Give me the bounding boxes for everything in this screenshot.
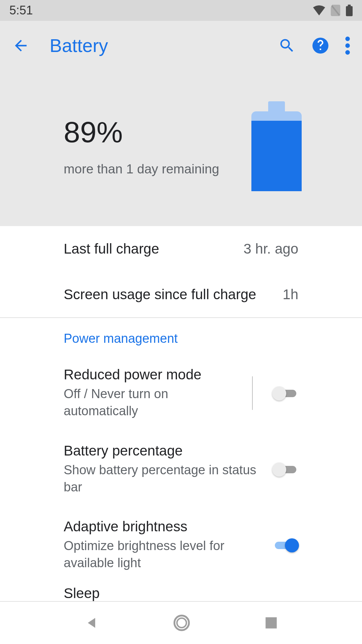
toolbar: Battery xyxy=(0,21,362,61)
vertical-divider xyxy=(252,376,253,410)
battery-percent: 89% xyxy=(64,117,251,147)
battery-text: 89% more than 1 day remaining xyxy=(64,117,251,176)
battery-remaining: more than 1 day remaining xyxy=(64,162,251,176)
reduced-power-mode-row[interactable]: Reduced power mode Off / Never turn on a… xyxy=(0,355,362,431)
cellular-no-sim-icon xyxy=(330,5,341,16)
setting-text: Reduced power mode Off / Never turn on a… xyxy=(64,367,242,420)
battery-percentage-toggle[interactable] xyxy=(273,460,298,478)
battery-icon xyxy=(346,4,353,16)
reduced-power-toggle[interactable] xyxy=(273,384,298,402)
header: Battery 89% more than 1 day remaining xyxy=(0,21,362,226)
battery-large-icon xyxy=(251,101,302,193)
svg-point-11 xyxy=(177,618,186,628)
svg-rect-8 xyxy=(251,121,302,191)
screen-usage-row[interactable]: Screen usage since full charge 1h xyxy=(0,272,362,317)
reduced-power-title: Reduced power mode xyxy=(64,367,242,383)
screen-usage-label: Screen usage since full charge xyxy=(64,286,256,303)
content: Last full charge 3 hr. ago Screen usage … xyxy=(0,226,362,583)
more-vert-icon[interactable] xyxy=(345,37,350,55)
svg-rect-1 xyxy=(348,5,351,7)
svg-point-5 xyxy=(345,50,350,55)
status-bar: 5:51 xyxy=(0,0,362,21)
wifi-icon xyxy=(313,5,325,15)
search-icon[interactable] xyxy=(278,37,296,54)
last-full-charge-value: 3 hr. ago xyxy=(244,241,298,257)
adaptive-brightness-toggle[interactable] xyxy=(273,536,298,554)
setting-text: Adaptive brightness Optimize brightness … xyxy=(64,519,263,572)
battery-percentage-row[interactable]: Battery percentage Show battery percenta… xyxy=(0,431,362,507)
svg-rect-0 xyxy=(346,6,353,16)
last-full-charge-label: Last full charge xyxy=(64,241,159,257)
nav-back-icon[interactable] xyxy=(84,615,99,630)
screen-usage-value: 1h xyxy=(283,286,298,303)
last-full-charge-row[interactable]: Last full charge 3 hr. ago xyxy=(0,226,362,272)
svg-rect-12 xyxy=(266,617,277,628)
battery-display: 89% more than 1 day remaining xyxy=(0,61,362,226)
section-title: Power management xyxy=(0,318,362,355)
setting-text: Battery percentage Show battery percenta… xyxy=(64,443,263,496)
adaptive-brightness-row[interactable]: Adaptive brightness Optimize brightness … xyxy=(0,507,362,583)
svg-point-3 xyxy=(345,37,350,41)
battery-percentage-subtitle: Show battery percentage in status bar xyxy=(64,462,263,496)
adaptive-brightness-title: Adaptive brightness xyxy=(64,519,263,535)
status-time: 5:51 xyxy=(9,3,33,17)
sleep-row-partial[interactable]: Sleep xyxy=(64,585,100,601)
nav-home-icon[interactable] xyxy=(173,614,190,632)
svg-point-4 xyxy=(345,43,350,48)
nav-bar xyxy=(0,601,362,644)
adaptive-brightness-subtitle: Optimize brightness level for available … xyxy=(64,537,263,572)
help-icon[interactable] xyxy=(312,37,329,54)
reduced-power-subtitle: Off / Never turn on automatically xyxy=(64,385,242,420)
toolbar-actions xyxy=(278,37,350,55)
status-icons xyxy=(313,4,353,16)
page-title: Battery xyxy=(50,35,278,56)
battery-percentage-title: Battery percentage xyxy=(64,443,263,459)
svg-rect-9 xyxy=(251,186,302,191)
back-arrow-icon[interactable] xyxy=(12,37,29,54)
nav-recents-icon[interactable] xyxy=(264,616,278,630)
